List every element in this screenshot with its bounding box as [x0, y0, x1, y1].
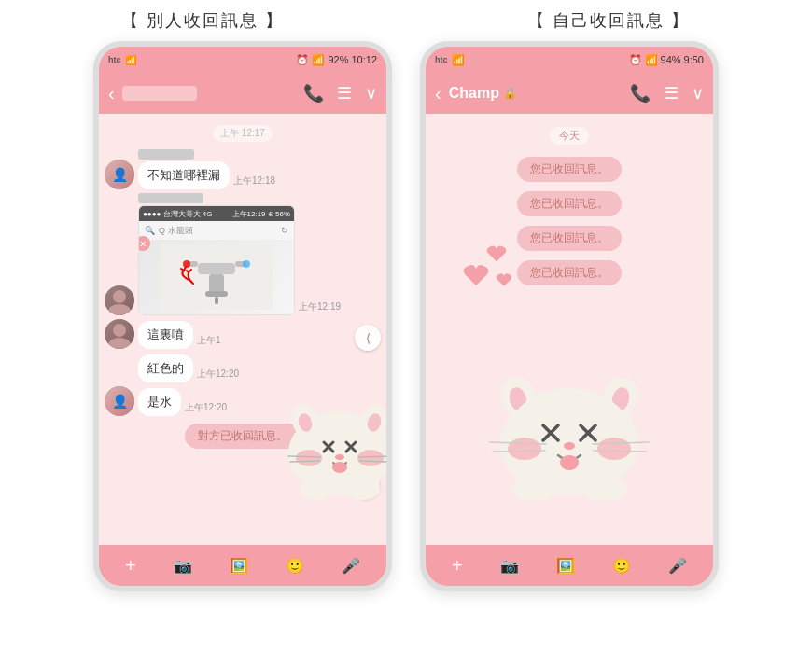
left-back-button[interactable]: ‹ — [108, 83, 115, 104]
left-nav-icons: 📞 ☰ ∨ — [303, 83, 377, 104]
left-call-icon[interactable]: 📞 — [303, 83, 324, 104]
left-time: 10:12 — [351, 54, 377, 65]
bubble-1: 不知道哪裡漏 — [138, 161, 230, 189]
heart-2 — [486, 244, 507, 267]
svg-point-45 — [560, 455, 579, 470]
svg-point-44 — [564, 442, 575, 450]
right-mic-button[interactable]: 🎤 — [668, 557, 687, 575]
scroll-down-button[interactable]: ↓ — [353, 472, 379, 498]
svg-rect-6 — [215, 297, 218, 304]
nested-search-icon: 🔍 — [145, 226, 155, 235]
svg-rect-5 — [205, 291, 228, 297]
right-chat-area: 今天 您已收回訊息。 您已收回訊息。 您已收回訊息。 您已收回訊息。 — [426, 114, 713, 545]
right-signal-icon: 📶 — [452, 54, 465, 66]
left-contact-name-blurred — [122, 86, 197, 101]
lock-icon: 🔒 — [503, 87, 517, 100]
right-section-title: 【 自己收回訊息 】 — [527, 9, 690, 32]
left-alarm-icon: ⏰ — [296, 54, 309, 66]
right-chevron-down-icon[interactable]: ∨ — [692, 83, 704, 104]
system-time-msg: 上午 12:17 — [213, 125, 273, 142]
nested-screenshot-bubble: ●●●● 台灣大哥大 4G 上午12:19 ⊕ 56% 🔍 Q 水龍頭 ↻ — [138, 205, 295, 315]
avatar-1: 👤 — [105, 160, 134, 189]
bubble-row-3: 這裏噴 上午1 — [138, 321, 221, 349]
right-emoji-button[interactable]: 🙂 — [612, 557, 631, 575]
left-emoji-button[interactable]: 🙂 — [286, 557, 304, 575]
left-signal-icon: 📶 — [125, 55, 136, 65]
msg-content-1: 不知道哪裡漏 上午12:18 — [138, 149, 275, 189]
right-add-button[interactable]: + — [452, 555, 463, 577]
sender-name-blurred-2 — [138, 193, 203, 203]
left-nav-title — [122, 86, 303, 101]
right-bottom-bar: + 📷 🖼️ 🙂 🎤 — [426, 545, 713, 586]
msg-name-row-1 — [138, 149, 275, 160]
left-camera-button[interactable]: 📷 — [174, 557, 192, 575]
msg-name-row-2 — [138, 193, 341, 203]
faucet-svg — [161, 244, 273, 310]
left-bottom-bar: + 📷 🖼️ 🙂 🎤 — [99, 545, 386, 586]
msg-row-2: ●●●● 台灣大哥大 4G 上午12:19 ⊕ 56% 🔍 Q 水龍頭 ↻ — [105, 193, 381, 315]
right-carrier: htc — [435, 55, 448, 64]
right-menu-icon[interactable]: ☰ — [664, 83, 679, 104]
bubble-row-2: ●●●● 台灣大哥大 4G 上午12:19 ⊕ 56% 🔍 Q 水龍頭 ↻ — [138, 205, 341, 315]
left-wifi-icon: 📶 — [312, 54, 325, 66]
left-section-title: 【 別人收回訊息 】 — [121, 9, 284, 32]
svg-line-49 — [594, 451, 646, 452]
today-divider: 今天 — [550, 127, 589, 145]
msg-row-4: 紅色的 上午12:20 — [105, 353, 381, 382]
msg-row-1: 👤 不知道哪裡漏 上午12:18 — [105, 149, 381, 189]
left-phone: htc 📶 ⏰ 📶 92% 10:12 ‹ 📞 ☰ — [93, 41, 392, 591]
close-button[interactable]: ✕ — [138, 236, 150, 251]
share-button[interactable]: ⟨ — [355, 325, 381, 351]
svg-point-8 — [183, 260, 190, 268]
msg-time-4: 上午12:20 — [197, 368, 239, 381]
left-chevron-down-icon[interactable]: ∨ — [365, 83, 377, 104]
right-battery: 94% — [661, 54, 681, 65]
svg-point-38 — [508, 438, 541, 460]
avatar-5: 👤 — [105, 386, 134, 416]
heart-3 — [496, 272, 512, 291]
sender-name-blurred-1 — [138, 149, 194, 160]
svg-point-0 — [113, 290, 126, 303]
left-carrier: htc — [108, 55, 121, 64]
msg-time-3: 上午1 — [197, 334, 221, 347]
left-status-bar: htc 📶 ⏰ 📶 92% 10:12 — [99, 47, 386, 73]
recalled-self-row-1: 您已收回訊息。 — [431, 157, 707, 182]
bubble-5: 是水 — [138, 388, 181, 416]
recalled-self-msg-3: 您已收回訊息。 — [517, 226, 622, 251]
right-camera-button[interactable]: 📷 — [500, 557, 519, 575]
svg-point-1 — [108, 304, 131, 315]
recalled-self-msg-2: 您已收回訊息。 — [517, 191, 622, 216]
msg-content-3: 這裏噴 上午1 — [138, 321, 221, 349]
left-menu-icon[interactable]: ☰ — [337, 83, 352, 104]
msg-time-2: 上午12:19 — [299, 300, 341, 313]
right-phone: htc 📶 ⏰ 📶 94% 9:50 ‹ Champ 🔒 📞 — [420, 41, 719, 591]
right-status-right: ⏰ 📶 94% 9:50 — [629, 54, 704, 66]
right-image-button[interactable]: 🖼️ — [556, 557, 575, 575]
msg-content-4: 紅色的 上午12:20 — [138, 354, 239, 382]
msg-content-5: 是水 上午12:20 — [138, 388, 227, 416]
nested-search-bar: 🔍 Q 水龍頭 ↻ — [139, 221, 294, 240]
right-nav-bar: ‹ Champ 🔒 📞 ☰ ∨ — [426, 73, 713, 114]
right-contact-name: Champ — [449, 85, 499, 102]
left-mic-button[interactable]: 🎤 — [342, 557, 360, 575]
nested-carrier: ●●●● 台灣大哥大 4G — [143, 209, 212, 219]
phones-row: htc 📶 ⏰ 📶 92% 10:12 ‹ 📞 ☰ — [93, 41, 719, 591]
right-call-icon[interactable]: 📞 — [630, 83, 651, 104]
msg-time-1: 上午12:18 — [233, 174, 275, 188]
right-cat-svg — [476, 332, 663, 500]
recalled-self-row-2: 您已收回訊息。 — [431, 191, 707, 216]
left-add-button[interactable]: + — [125, 555, 136, 577]
right-back-button[interactable]: ‹ — [435, 83, 441, 104]
left-status-right: ⏰ 📶 92% 10:12 — [296, 54, 377, 66]
bubble-row-1: 不知道哪裡漏 上午12:18 — [138, 161, 275, 189]
bubble-4: 紅色的 — [138, 354, 193, 382]
bubble-row-4: 紅色的 上午12:20 — [138, 354, 239, 382]
left-battery: 92% — [328, 54, 348, 65]
recalled-self-msg-1: 您已收回訊息。 — [517, 157, 622, 182]
recalled-self-row-3: 您已收回訊息。 — [431, 226, 707, 251]
nested-refresh-icon: ↻ — [281, 226, 288, 235]
nested-status-bar: ●●●● 台灣大哥大 4G 上午12:19 ⊕ 56% — [139, 206, 294, 221]
left-image-button[interactable]: 🖼️ — [230, 557, 248, 575]
left-status-left: htc 📶 — [108, 55, 136, 65]
msg-row-3: 這裏噴 上午1 — [105, 319, 381, 349]
